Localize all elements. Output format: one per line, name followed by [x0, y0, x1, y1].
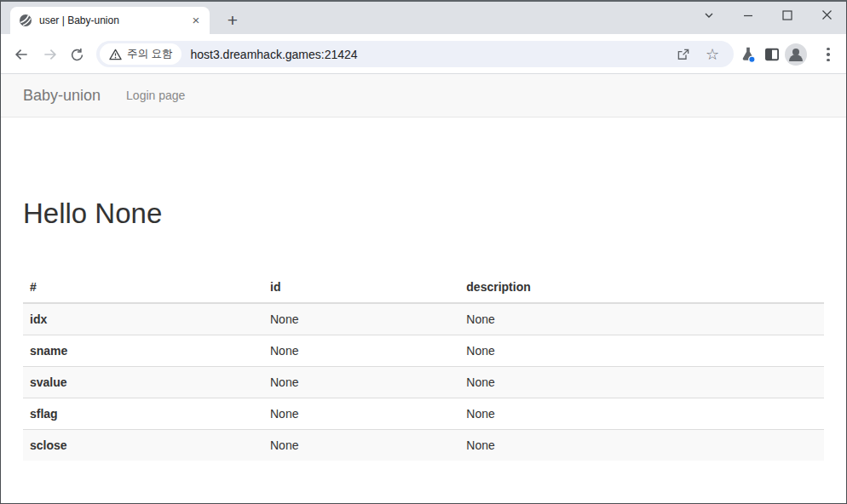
- tab-title: user | Baby-union: [39, 14, 189, 26]
- table-row: sflag None None: [23, 398, 824, 430]
- row-field: svalue: [23, 367, 263, 398]
- reload-icon[interactable]: [66, 43, 88, 66]
- back-icon[interactable]: [10, 43, 32, 66]
- login-page-link[interactable]: Login page: [126, 89, 185, 102]
- navbar-brand[interactable]: Baby-union: [23, 87, 101, 105]
- profile-avatar-icon[interactable]: [784, 43, 808, 66]
- tab-close-icon[interactable]: ×: [189, 14, 203, 27]
- close-icon[interactable]: [807, 2, 846, 28]
- row-id: None: [263, 430, 459, 461]
- row-id: None: [263, 303, 459, 335]
- row-field: sflag: [23, 398, 263, 430]
- row-field: sclose: [23, 430, 263, 461]
- new-tab-button[interactable]: +: [221, 9, 245, 32]
- column-header-hash: #: [23, 272, 263, 303]
- page-content: Hello None # id description idx None Non…: [1, 117, 846, 503]
- page-title: Hello None: [23, 198, 824, 229]
- bookmark-star-icon[interactable]: ☆: [703, 45, 722, 64]
- forward-icon[interactable]: [39, 43, 61, 66]
- row-id: None: [263, 335, 459, 367]
- row-description: None: [459, 303, 824, 335]
- column-header-id: id: [263, 272, 459, 303]
- row-description: None: [459, 367, 824, 398]
- table-row: svalue None None: [23, 367, 824, 398]
- globe-favicon-icon: [19, 14, 32, 27]
- row-id: None: [263, 367, 459, 398]
- flask-extension-icon[interactable]: [737, 43, 759, 66]
- row-id: None: [263, 398, 459, 430]
- tab-strip: user | Baby-union × +: [1, 2, 846, 34]
- table-header-row: # id description: [23, 272, 824, 303]
- row-description: None: [459, 430, 824, 461]
- url-text: host3.dreamhack.games:21424: [190, 48, 674, 61]
- table-row: sclose None None: [23, 430, 824, 461]
- row-field: sname: [23, 335, 263, 367]
- more-menu-icon[interactable]: [817, 43, 839, 66]
- warning-triangle-icon: [109, 49, 122, 60]
- share-icon[interactable]: [674, 45, 693, 64]
- window-controls: [689, 2, 846, 28]
- browser-tab[interactable]: user | Baby-union ×: [10, 7, 210, 34]
- row-description: None: [459, 398, 824, 430]
- user-table: # id description idx None None sname Non…: [23, 272, 824, 461]
- minimize-icon[interactable]: [729, 2, 768, 28]
- column-header-description: description: [459, 272, 824, 303]
- tab-search-icon[interactable]: [689, 2, 729, 28]
- row-field: idx: [23, 303, 263, 335]
- browser-window: user | Baby-union × +: [0, 0, 847, 504]
- address-bar[interactable]: 주의 요함 host3.dreamhack.games:21424 ☆: [96, 41, 734, 67]
- maximize-icon[interactable]: [768, 2, 807, 28]
- security-chip-label: 주의 요함: [127, 47, 172, 61]
- table-row: sname None None: [23, 335, 824, 367]
- row-description: None: [459, 335, 824, 367]
- security-chip[interactable]: 주의 요함: [100, 43, 182, 65]
- table-row: idx None None: [23, 303, 824, 335]
- site-navbar: Baby-union Login page: [1, 74, 846, 117]
- side-panel-icon[interactable]: [761, 43, 783, 66]
- browser-toolbar: 주의 요함 host3.dreamhack.games:21424 ☆: [1, 34, 846, 74]
